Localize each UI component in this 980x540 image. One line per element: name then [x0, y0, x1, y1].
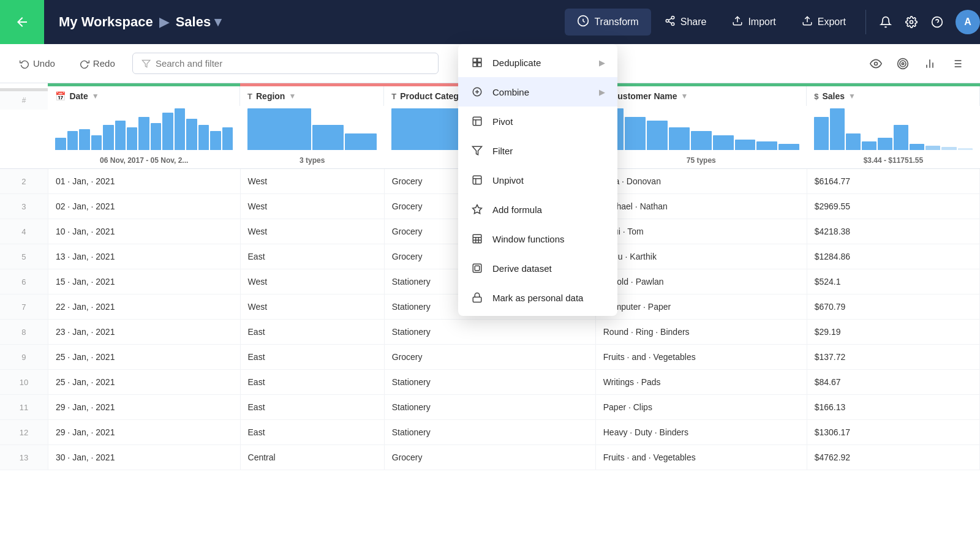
row-num-cell: 13 — [0, 445, 48, 470]
notification-button[interactable] — [873, 10, 898, 34]
row-num-cell: 3 — [0, 194, 48, 219]
workspace-label[interactable]: My Workspace — [59, 14, 153, 30]
project-label[interactable]: Sales ▾ — [176, 14, 222, 30]
view-toggle-button[interactable] — [865, 53, 887, 75]
customer-cell: Lela · Donovan — [595, 169, 807, 194]
row-num-cell: 11 — [0, 395, 48, 420]
sort-icon[interactable]: ▼ — [92, 92, 99, 100]
svg-point-1 — [671, 17, 674, 20]
nav-actions: Transform Share Import Export — [565, 9, 980, 36]
menu-item-derive-dataset[interactable]: Derive dataset — [458, 253, 617, 283]
export-label: Export — [818, 17, 846, 28]
search-filter-input[interactable] — [132, 53, 439, 74]
date-cell: 23 · Jan, · 2021 — [48, 320, 240, 345]
sales-cell: $670.79 — [807, 294, 979, 320]
transform-icon — [577, 15, 589, 29]
toolbar-right-icons — [865, 53, 968, 75]
sales-chart — [807, 106, 979, 155]
menu-item-add-formula[interactable]: Add formula — [458, 195, 617, 224]
export-button[interactable]: Export — [790, 9, 858, 35]
date-range: 06 Nov, 2017 - 05 Nov, 2... — [48, 155, 240, 168]
menu-item-unpivot[interactable]: Unpivot — [458, 165, 617, 195]
customer-cell: Fruits · and · Vegetables — [595, 345, 807, 370]
region-cell: East — [240, 320, 384, 345]
region-sort-icon[interactable]: ▼ — [288, 92, 296, 100]
share-label: Share — [680, 17, 707, 28]
region-cell: West — [240, 294, 384, 320]
col-header-num: # — [0, 83, 48, 169]
deduplicate-chevron-icon: ▶ — [599, 58, 605, 67]
region-cell: East — [240, 345, 384, 370]
sales-sort-icon[interactable]: ▼ — [848, 92, 856, 100]
redo-button[interactable]: Redo — [72, 53, 123, 73]
unpivot-label: Unpivot — [492, 175, 524, 186]
svg-line-4 — [668, 21, 671, 23]
sales-cell: $4762.92 — [807, 445, 979, 470]
help-button[interactable] — [925, 10, 949, 34]
customer-sort-icon[interactable]: ▼ — [681, 92, 688, 100]
undo-button[interactable]: Undo — [12, 53, 62, 73]
svg-point-3 — [671, 23, 674, 26]
table-row: 12 29 · Jan, · 2021 East Stationery Heav… — [0, 420, 980, 445]
region-cell: West — [240, 219, 384, 244]
product-cell: Stationery — [384, 395, 595, 420]
unpivot-icon — [470, 173, 484, 187]
import-button[interactable]: Import — [720, 9, 788, 35]
search-input[interactable] — [156, 58, 429, 69]
customer-range: 75 types — [595, 155, 807, 168]
import-label: Import — [748, 17, 775, 28]
table-row: 9 25 · Jan, · 2021 East Grocery Fruits ·… — [0, 345, 980, 370]
table-row: 8 23 · Jan, · 2021 East Stationery Round… — [0, 320, 980, 345]
breadcrumb-separator: ▶ — [159, 14, 170, 30]
menu-item-personal-data[interactable]: Mark as personal data — [458, 283, 617, 312]
sales-cell: $1284.86 — [807, 244, 979, 269]
date-cell: 22 · Jan, · 2021 — [48, 294, 240, 320]
window-functions-label: Window functions — [492, 234, 565, 244]
region-cell: East — [240, 395, 384, 420]
sales-range: $3.44 - $11751.55 — [807, 155, 979, 168]
derive-dataset-icon — [470, 261, 484, 275]
list-view-button[interactable] — [946, 53, 968, 75]
region-cell: East — [240, 420, 384, 445]
formula-label: Add formula — [492, 204, 542, 215]
customer-col-label: Customer Name — [611, 91, 677, 101]
svg-rect-44 — [475, 266, 480, 271]
svg-point-14 — [900, 61, 906, 67]
target-icon-button[interactable] — [892, 53, 914, 75]
svg-point-2 — [666, 20, 669, 23]
menu-item-window-functions[interactable]: Window functions — [458, 224, 617, 253]
redo-label: Redo — [93, 58, 115, 69]
combine-chevron-icon: ▶ — [599, 88, 605, 97]
menu-item-filter[interactable]: Filter — [458, 136, 617, 165]
region-cell: East — [240, 244, 384, 269]
user-avatar[interactable]: A — [956, 10, 980, 34]
text-type-icon: T — [247, 92, 252, 101]
filter-label: Filter — [492, 146, 513, 156]
menu-item-deduplicate[interactable]: Deduplicate ▶ — [458, 48, 617, 77]
svg-point-12 — [875, 62, 878, 65]
formula-icon — [470, 203, 484, 216]
chart-button[interactable] — [919, 53, 941, 75]
window-functions-icon — [470, 232, 484, 246]
sales-cell: $524.1 — [807, 269, 979, 294]
transform-button[interactable]: Transform — [565, 9, 650, 36]
table-row: 10 25 · Jan, · 2021 East Stationery Writ… — [0, 370, 980, 395]
settings-button[interactable] — [899, 10, 924, 34]
back-button[interactable] — [0, 0, 44, 44]
region-chart — [240, 106, 384, 155]
product-cell: Grocery — [384, 445, 595, 470]
menu-item-pivot[interactable]: Pivot — [458, 107, 617, 136]
derive-dataset-label: Derive dataset — [492, 263, 552, 274]
breadcrumb: My Workspace ▶ Sales ▾ — [44, 14, 565, 30]
svg-rect-28 — [478, 63, 481, 67]
col-header-region: T Region ▼ 3 types — [240, 83, 384, 169]
sales-cell: $29.19 — [807, 320, 979, 345]
share-button[interactable]: Share — [652, 9, 719, 35]
sales-cell: $166.13 — [807, 395, 979, 420]
row-num-cell: 12 — [0, 420, 48, 445]
deduplicate-label: Deduplicate — [492, 58, 541, 68]
combine-icon — [470, 85, 484, 99]
menu-item-combine[interactable]: Combine ▶ — [458, 77, 617, 107]
date-chart — [48, 106, 240, 155]
date-cell: 13 · Jan, · 2021 — [48, 244, 240, 269]
